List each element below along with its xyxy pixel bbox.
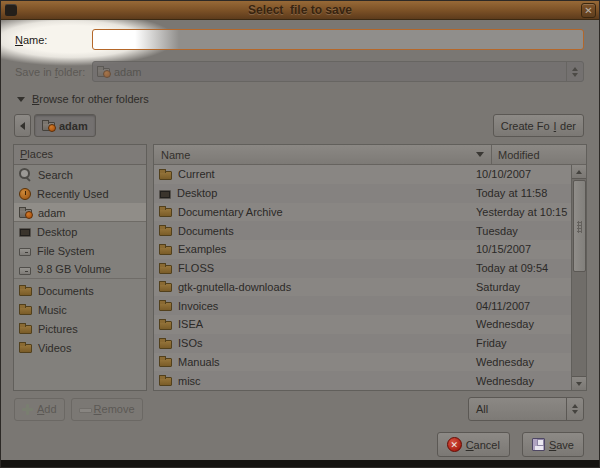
name-row: Name:: [15, 29, 584, 50]
folder-icon: [19, 325, 32, 334]
file-list-row[interactable]: misc Wednesday: [154, 371, 571, 390]
scroll-up-button[interactable]: [572, 165, 587, 179]
scrollbar-thumb[interactable]: [573, 180, 586, 272]
desktop-icon: [19, 228, 31, 237]
folder-icon: [159, 321, 172, 330]
places-list-item[interactable]: Pictures: [14, 319, 146, 338]
home-folder-icon: [42, 122, 55, 131]
save-button[interactable]: Save: [522, 432, 584, 457]
folder-icon: [159, 358, 172, 367]
path-back-button[interactable]: [14, 114, 31, 137]
places-pane: Places Search Recently Used adam Desktop…: [13, 144, 147, 391]
column-header-name[interactable]: Name: [154, 145, 491, 164]
column-header-modified[interactable]: Modified: [492, 145, 586, 164]
save-in-folder-row: Save in folder: adam: [15, 61, 584, 82]
desktop-icon: [159, 190, 171, 199]
name-label: Name:: [15, 34, 92, 46]
file-list-row[interactable]: Manuals Wednesday: [154, 353, 571, 372]
drive-icon: [19, 267, 31, 275]
file-list-row[interactable]: gtk-gnutella-downloads Saturday: [154, 278, 571, 297]
combo-spinner-icon: [566, 398, 583, 420]
cancel-icon: [447, 437, 462, 452]
save-in-folder-value: adam: [114, 66, 142, 78]
folder-icon: [159, 283, 172, 292]
search-icon: [19, 168, 32, 181]
combo-spinner-icon: [566, 62, 583, 81]
file-list-row[interactable]: FLOSS Today at 09:54: [154, 259, 571, 278]
file-list-row[interactable]: Invoices 04/11/2007: [154, 296, 571, 315]
home-folder-icon: [19, 209, 32, 218]
app-icon: [5, 4, 17, 16]
file-list-row[interactable]: Documentary Archive Yesterday at 10:15: [154, 203, 571, 222]
home-folder-icon: [97, 68, 110, 77]
places-list-item[interactable]: Videos: [14, 338, 146, 357]
save-in-folder-combo[interactable]: adam: [92, 61, 584, 82]
places-header[interactable]: Places: [14, 145, 146, 165]
bookmarks-row: Add Remove All: [14, 397, 584, 421]
recent-icon: [19, 188, 31, 200]
places-list-item[interactable]: Documents: [14, 281, 146, 300]
expander-triangle-icon: [17, 97, 25, 102]
places-list-item[interactable]: Music: [14, 300, 146, 319]
file-list-row[interactable]: ISEA Wednesday: [154, 315, 571, 334]
places-list: Search Recently Used adam Desktop File S…: [14, 165, 146, 357]
file-list-row[interactable]: Desktop Today at 11:58: [154, 184, 571, 203]
folder-icon: [159, 227, 172, 236]
browse-expander-label: Browse for other folders: [32, 93, 149, 105]
window-title: Select file to save: [1, 3, 599, 17]
arrow-left-icon: [20, 122, 25, 130]
save-label: Save: [549, 439, 574, 451]
action-buttons: Cancel Save: [437, 432, 584, 457]
remove-label: Remove: [94, 403, 135, 415]
filter-value: All: [476, 403, 488, 415]
file-list-row[interactable]: Examples 10/15/2007: [154, 240, 571, 259]
folder-icon: [19, 287, 32, 296]
files-header-row: Name Modified: [154, 145, 586, 165]
scroll-down-button[interactable]: [572, 376, 587, 390]
folder-icon: [159, 246, 172, 255]
titlebar[interactable]: Select file to save ✕: [1, 1, 599, 20]
save-in-folder-label: Save in folder:: [15, 66, 92, 78]
remove-bookmark-button[interactable]: Remove: [71, 398, 143, 421]
cancel-button[interactable]: Cancel: [437, 432, 510, 457]
create-folder-button[interactable]: Create Folder: [493, 114, 584, 137]
path-current-folder-button[interactable]: adam: [34, 114, 96, 137]
minus-icon: [79, 404, 90, 415]
file-list-row[interactable]: Documents Tuesday: [154, 221, 571, 240]
places-list-item[interactable]: Search: [14, 165, 146, 184]
folder-icon: [19, 306, 32, 315]
places-list-item[interactable]: Desktop: [14, 222, 146, 241]
sort-descending-icon: [476, 152, 484, 157]
plus-icon: [22, 404, 33, 415]
places-list-item[interactable]: File System: [14, 241, 146, 260]
drive-icon: [19, 248, 31, 256]
files-pane: Name Modified Current 10/10/2007 Desktop…: [153, 144, 587, 391]
folder-icon: [159, 265, 172, 274]
folder-icon: [159, 340, 172, 349]
vertical-scrollbar[interactable]: [571, 165, 586, 390]
add-label: Add: [37, 403, 57, 415]
file-list: Current 10/10/2007 Desktop Today at 11:5…: [154, 165, 571, 390]
folder-icon: [159, 171, 172, 180]
places-list-item[interactable]: adam: [14, 203, 146, 222]
cancel-label: Cancel: [466, 439, 500, 451]
folder-icon: [159, 302, 172, 311]
close-icon[interactable]: ✕: [581, 3, 596, 18]
arrow-up-icon: [576, 170, 582, 174]
browse-expander[interactable]: Browse for other folders: [17, 93, 149, 105]
path-bar: adam Create Folder: [14, 114, 584, 137]
folder-icon: [19, 344, 32, 353]
folder-icon: [159, 208, 172, 217]
folder-icon: [159, 377, 172, 386]
arrow-down-icon: [576, 382, 582, 386]
file-list-row[interactable]: Current 10/10/2007: [154, 165, 571, 184]
places-list-item[interactable]: Recently Used: [14, 184, 146, 203]
filename-input[interactable]: [92, 29, 584, 50]
file-type-filter-combo[interactable]: All: [468, 397, 584, 421]
desktop-edge: [1, 460, 599, 467]
add-bookmark-button[interactable]: Add: [14, 398, 65, 421]
places-list-item[interactable]: 9.8 GB Volume: [14, 260, 146, 279]
file-list-row[interactable]: ISOs Friday: [154, 334, 571, 353]
path-current-folder-label: adam: [59, 120, 88, 132]
save-icon: [532, 438, 545, 451]
